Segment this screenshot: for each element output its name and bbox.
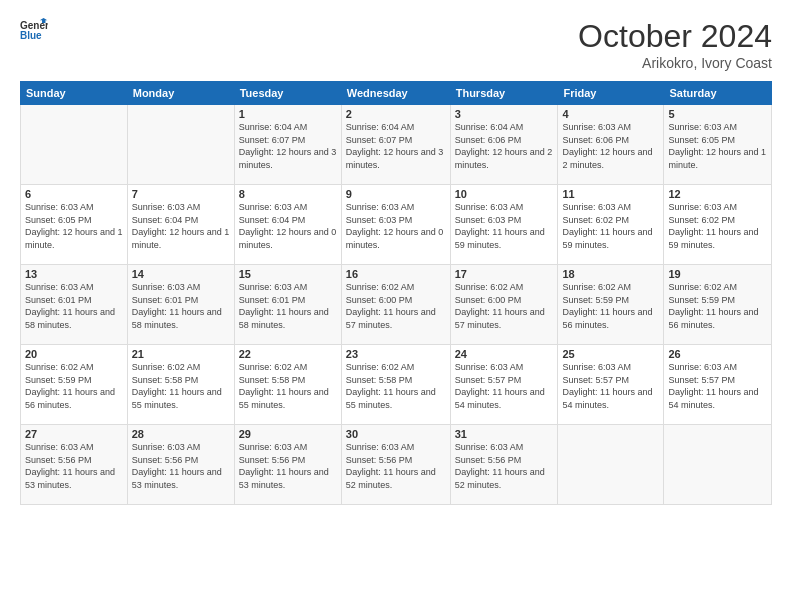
month-title: October 2024 <box>578 18 772 55</box>
header: General Blue October 2024 Arikokro, Ivor… <box>20 18 772 71</box>
day-info: Sunrise: 6:03 AM Sunset: 5:56 PM Dayligh… <box>25 441 123 491</box>
col-monday: Monday <box>127 82 234 105</box>
calendar-cell: 8Sunrise: 6:03 AM Sunset: 6:04 PM Daylig… <box>234 185 341 265</box>
day-number: 30 <box>346 428 446 440</box>
day-number: 29 <box>239 428 337 440</box>
calendar-cell: 9Sunrise: 6:03 AM Sunset: 6:03 PM Daylig… <box>341 185 450 265</box>
day-info: Sunrise: 6:04 AM Sunset: 6:07 PM Dayligh… <box>346 121 446 171</box>
calendar-table: Sunday Monday Tuesday Wednesday Thursday… <box>20 81 772 505</box>
day-number: 4 <box>562 108 659 120</box>
calendar-cell: 31Sunrise: 6:03 AM Sunset: 5:56 PM Dayli… <box>450 425 558 505</box>
calendar-week-1: 1Sunrise: 6:04 AM Sunset: 6:07 PM Daylig… <box>21 105 772 185</box>
day-number: 15 <box>239 268 337 280</box>
calendar-cell: 3Sunrise: 6:04 AM Sunset: 6:06 PM Daylig… <box>450 105 558 185</box>
day-number: 11 <box>562 188 659 200</box>
svg-text:Blue: Blue <box>20 30 42 40</box>
day-info: Sunrise: 6:02 AM Sunset: 5:59 PM Dayligh… <box>668 281 767 331</box>
day-number: 22 <box>239 348 337 360</box>
calendar-cell: 2Sunrise: 6:04 AM Sunset: 6:07 PM Daylig… <box>341 105 450 185</box>
calendar-week-4: 20Sunrise: 6:02 AM Sunset: 5:59 PM Dayli… <box>21 345 772 425</box>
day-number: 17 <box>455 268 554 280</box>
day-info: Sunrise: 6:03 AM Sunset: 6:04 PM Dayligh… <box>239 201 337 251</box>
calendar-cell: 25Sunrise: 6:03 AM Sunset: 5:57 PM Dayli… <box>558 345 664 425</box>
day-number: 10 <box>455 188 554 200</box>
day-number: 21 <box>132 348 230 360</box>
day-info: Sunrise: 6:03 AM Sunset: 5:57 PM Dayligh… <box>455 361 554 411</box>
calendar-cell: 23Sunrise: 6:02 AM Sunset: 5:58 PM Dayli… <box>341 345 450 425</box>
calendar-cell: 4Sunrise: 6:03 AM Sunset: 6:06 PM Daylig… <box>558 105 664 185</box>
col-saturday: Saturday <box>664 82 772 105</box>
day-info: Sunrise: 6:02 AM Sunset: 5:59 PM Dayligh… <box>562 281 659 331</box>
calendar-cell: 26Sunrise: 6:03 AM Sunset: 5:57 PM Dayli… <box>664 345 772 425</box>
day-info: Sunrise: 6:02 AM Sunset: 5:58 PM Dayligh… <box>239 361 337 411</box>
calendar-cell: 28Sunrise: 6:03 AM Sunset: 5:56 PM Dayli… <box>127 425 234 505</box>
day-number: 7 <box>132 188 230 200</box>
calendar-cell: 6Sunrise: 6:03 AM Sunset: 6:05 PM Daylig… <box>21 185 128 265</box>
day-number: 23 <box>346 348 446 360</box>
day-info: Sunrise: 6:03 AM Sunset: 5:57 PM Dayligh… <box>562 361 659 411</box>
title-block: October 2024 Arikokro, Ivory Coast <box>578 18 772 71</box>
day-number: 3 <box>455 108 554 120</box>
day-number: 12 <box>668 188 767 200</box>
day-number: 28 <box>132 428 230 440</box>
calendar-cell: 22Sunrise: 6:02 AM Sunset: 5:58 PM Dayli… <box>234 345 341 425</box>
col-sunday: Sunday <box>21 82 128 105</box>
day-number: 16 <box>346 268 446 280</box>
calendar-cell <box>21 105 128 185</box>
day-number: 24 <box>455 348 554 360</box>
day-number: 19 <box>668 268 767 280</box>
calendar-cell: 24Sunrise: 6:03 AM Sunset: 5:57 PM Dayli… <box>450 345 558 425</box>
calendar-cell: 12Sunrise: 6:03 AM Sunset: 6:02 PM Dayli… <box>664 185 772 265</box>
day-info: Sunrise: 6:03 AM Sunset: 6:03 PM Dayligh… <box>346 201 446 251</box>
day-info: Sunrise: 6:03 AM Sunset: 6:05 PM Dayligh… <box>25 201 123 251</box>
logo: General Blue <box>20 18 48 40</box>
logo-icon: General Blue <box>20 18 48 40</box>
day-number: 2 <box>346 108 446 120</box>
calendar-cell: 5Sunrise: 6:03 AM Sunset: 6:05 PM Daylig… <box>664 105 772 185</box>
calendar-cell: 16Sunrise: 6:02 AM Sunset: 6:00 PM Dayli… <box>341 265 450 345</box>
calendar-cell: 11Sunrise: 6:03 AM Sunset: 6:02 PM Dayli… <box>558 185 664 265</box>
day-number: 18 <box>562 268 659 280</box>
day-info: Sunrise: 6:03 AM Sunset: 6:01 PM Dayligh… <box>25 281 123 331</box>
day-number: 5 <box>668 108 767 120</box>
day-info: Sunrise: 6:03 AM Sunset: 6:01 PM Dayligh… <box>132 281 230 331</box>
day-info: Sunrise: 6:04 AM Sunset: 6:06 PM Dayligh… <box>455 121 554 171</box>
day-info: Sunrise: 6:03 AM Sunset: 6:06 PM Dayligh… <box>562 121 659 171</box>
calendar-week-2: 6Sunrise: 6:03 AM Sunset: 6:05 PM Daylig… <box>21 185 772 265</box>
calendar-cell: 30Sunrise: 6:03 AM Sunset: 5:56 PM Dayli… <box>341 425 450 505</box>
calendar-cell: 10Sunrise: 6:03 AM Sunset: 6:03 PM Dayli… <box>450 185 558 265</box>
calendar-cell: 18Sunrise: 6:02 AM Sunset: 5:59 PM Dayli… <box>558 265 664 345</box>
day-info: Sunrise: 6:02 AM Sunset: 5:59 PM Dayligh… <box>25 361 123 411</box>
day-info: Sunrise: 6:02 AM Sunset: 5:58 PM Dayligh… <box>346 361 446 411</box>
calendar-cell: 19Sunrise: 6:02 AM Sunset: 5:59 PM Dayli… <box>664 265 772 345</box>
calendar-cell <box>127 105 234 185</box>
calendar-cell: 14Sunrise: 6:03 AM Sunset: 6:01 PM Dayli… <box>127 265 234 345</box>
calendar-week-5: 27Sunrise: 6:03 AM Sunset: 5:56 PM Dayli… <box>21 425 772 505</box>
day-info: Sunrise: 6:03 AM Sunset: 6:02 PM Dayligh… <box>668 201 767 251</box>
day-number: 27 <box>25 428 123 440</box>
calendar-cell: 1Sunrise: 6:04 AM Sunset: 6:07 PM Daylig… <box>234 105 341 185</box>
calendar-cell <box>664 425 772 505</box>
calendar-cell: 7Sunrise: 6:03 AM Sunset: 6:04 PM Daylig… <box>127 185 234 265</box>
col-thursday: Thursday <box>450 82 558 105</box>
calendar-cell: 27Sunrise: 6:03 AM Sunset: 5:56 PM Dayli… <box>21 425 128 505</box>
calendar-cell: 21Sunrise: 6:02 AM Sunset: 5:58 PM Dayli… <box>127 345 234 425</box>
day-number: 14 <box>132 268 230 280</box>
calendar-cell: 15Sunrise: 6:03 AM Sunset: 6:01 PM Dayli… <box>234 265 341 345</box>
calendar-week-3: 13Sunrise: 6:03 AM Sunset: 6:01 PM Dayli… <box>21 265 772 345</box>
col-tuesday: Tuesday <box>234 82 341 105</box>
calendar-cell: 17Sunrise: 6:02 AM Sunset: 6:00 PM Dayli… <box>450 265 558 345</box>
calendar-cell: 29Sunrise: 6:03 AM Sunset: 5:56 PM Dayli… <box>234 425 341 505</box>
day-info: Sunrise: 6:03 AM Sunset: 5:56 PM Dayligh… <box>346 441 446 491</box>
day-info: Sunrise: 6:03 AM Sunset: 5:57 PM Dayligh… <box>668 361 767 411</box>
day-number: 13 <box>25 268 123 280</box>
col-wednesday: Wednesday <box>341 82 450 105</box>
day-info: Sunrise: 6:03 AM Sunset: 5:56 PM Dayligh… <box>455 441 554 491</box>
day-info: Sunrise: 6:02 AM Sunset: 5:58 PM Dayligh… <box>132 361 230 411</box>
day-number: 20 <box>25 348 123 360</box>
day-info: Sunrise: 6:03 AM Sunset: 6:01 PM Dayligh… <box>239 281 337 331</box>
day-number: 25 <box>562 348 659 360</box>
calendar-cell: 20Sunrise: 6:02 AM Sunset: 5:59 PM Dayli… <box>21 345 128 425</box>
day-info: Sunrise: 6:03 AM Sunset: 6:03 PM Dayligh… <box>455 201 554 251</box>
day-number: 26 <box>668 348 767 360</box>
